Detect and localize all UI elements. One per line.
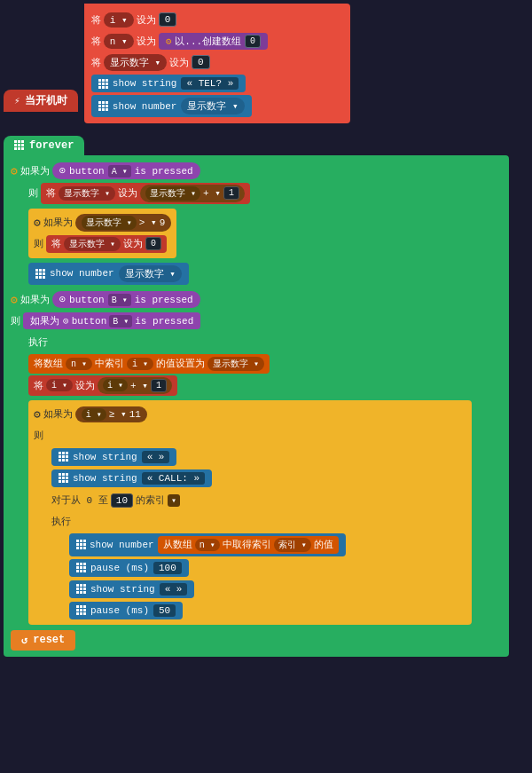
grid-icon-2 [98, 101, 108, 111]
gear-icon-if-b: ⚙ [11, 293, 18, 307]
show-number-block-1: show number 显示数字 ▾ [91, 95, 252, 117]
main-container: ⚡ 当开机时 将 i ▾ 设为 0 将 n ▾ 设为 ⚙ 以...创建数组 [4, 4, 528, 657]
pause-50-block: pause (ms) 50 [69, 602, 183, 619]
array-val: 0 [245, 35, 261, 48]
val-1-badge: 1 [223, 186, 239, 200]
str-space-val-1[interactable]: « » [142, 451, 170, 463]
inner-b-cond: ⊙ button B ▾ is pressed [63, 315, 193, 327]
inner-if-b-block: 如果为 ⊙ button B ▾ is pressed [23, 312, 200, 329]
gt-dropdown[interactable]: > ▾ [139, 217, 157, 228]
loop-val: 10 [111, 493, 133, 508]
str-space-val-2[interactable]: « » [160, 583, 188, 596]
i-cond-dropdown[interactable]: i ▾ [82, 408, 106, 421]
grid-icon-4 [59, 452, 68, 461]
grid-icon-8 [76, 584, 86, 594]
forever-label: forever [29, 139, 74, 152]
create-array-block: ⚙ 以...创建数组 0 [159, 33, 268, 50]
if-i-ge-11: ⚙ 如果为 i ▾ ≥ ▾ 11 则 [28, 400, 472, 625]
onstart-body: 将 i ▾ 设为 0 将 n ▾ 设为 ⚙ 以...创建数组 0 将 显示数字 … [84, 4, 350, 123]
gear-icon-inner: ⚙ [34, 216, 41, 230]
show-number-block-2: show number 显示数字 ▾ [28, 263, 189, 285]
circle-icon-b: ⊙ [59, 293, 66, 306]
cond-display-gt9: 显示数字 ▾ > ▾ 9 [75, 214, 171, 232]
var-i-dropdown[interactable]: i ▾ [104, 12, 134, 28]
show-string-space-1: show string « » [51, 448, 176, 466]
val-0-badge-2: 0 [192, 55, 210, 69]
plus-op-block: 显示数字 ▾ + ▾ 1 [140, 185, 245, 202]
plus-dropdown[interactable]: + ▾ [203, 187, 221, 199]
grid-icon-3 [35, 269, 45, 279]
pause-100-val[interactable]: 100 [153, 562, 182, 574]
show-num-var-1[interactable]: 显示数字 ▾ [181, 98, 244, 114]
set-display-row: 将 显示数字 ▾ 设为 0 [91, 52, 343, 72]
grid-icon-1 [98, 79, 108, 89]
gear-icon-if-i: ⚙ [34, 407, 41, 422]
i-var-op-dropdown[interactable]: i ▾ [103, 379, 128, 391]
disp-var-3-dropdown[interactable]: 显示数字 ▾ [82, 216, 137, 230]
array-set-block: 将数组 n ▾ 中索引 i ▾ 的值设置为 显示数字 ▾ [28, 354, 270, 374]
grid-icon-7 [76, 563, 86, 572]
grid-icon-forever [14, 140, 24, 150]
string-tel-value[interactable]: « TEL? » [181, 77, 239, 90]
plus-op-2[interactable]: + ▾ [130, 380, 148, 391]
grid-icon-6 [76, 540, 86, 549]
pause-100-block: pause (ms) 100 [69, 559, 189, 577]
show-string-block-1: show string « TEL? » [91, 75, 246, 92]
set-i-plus-block: 将 i ▾ 设为 i ▾ + ▾ 1 [28, 375, 177, 396]
onstart-section: ⚡ 当开机时 将 i ▾ 设为 0 将 n ▾ 设为 ⚙ 以...创建数组 [4, 4, 528, 123]
pause-50-val[interactable]: 50 [153, 604, 176, 617]
disp-var-dropdown[interactable]: 显示数字 ▾ [59, 186, 115, 201]
from-array-block: 从数组 n ▾ 中取得索引 索引 ▾ 的值 [158, 536, 339, 554]
index-dropdown[interactable]: ▾ [168, 494, 180, 507]
if-button-b-block: ⚙ 如果为 ⊙ button B ▾ is pressed 则 如果为 [11, 290, 502, 625]
forever-section: forever ⚙ 如果为 ⊙ button A ▾ is pressed [4, 134, 528, 657]
i-plus-op: i ▾ + ▾ 1 [98, 377, 172, 394]
circle-icon-a: ⊙ [59, 164, 66, 177]
gear-icon-if-a: ⚙ [11, 164, 18, 178]
set-i-row: 将 i ▾ 设为 0 [91, 10, 343, 29]
reset-block[interactable]: ↺ reset [11, 630, 75, 651]
str-call-val[interactable]: « CALL: » [142, 472, 205, 485]
show-num-var-2[interactable]: 显示数字 ▾ [119, 265, 182, 282]
i-ge-11-cond: i ▾ ≥ ▾ 11 [75, 406, 147, 422]
if-b-condition: ⊙ button B ▾ is pressed [52, 291, 200, 308]
show-string-tel-row: show string « TEL? » [91, 74, 343, 93]
button-b-dropdown-2[interactable]: B ▾ [109, 315, 132, 327]
i-var-dropdown-2[interactable]: i ▾ [46, 379, 73, 391]
if-button-a-block: ⚙ 如果为 ⊙ button A ▾ is pressed 则 将 显示数 [11, 162, 502, 285]
var-n-dropdown[interactable]: n ▾ [104, 34, 134, 49]
val-0-badge: 0 [159, 12, 177, 27]
show-string-space-2: show string « » [69, 580, 194, 598]
arr-val-dropdown[interactable]: 显示数字 ▾ [207, 357, 264, 371]
button-a-dropdown[interactable]: A ▾ [108, 165, 131, 177]
gear-icon-array: ⚙ [166, 35, 172, 47]
for-loop-block: 对于从 0 至 10 的索引 ▾ 执行 [51, 491, 466, 620]
disp-var-4-dropdown[interactable]: 显示数字 ▾ [64, 237, 121, 251]
arr-i-dropdown[interactable]: i ▾ [127, 358, 153, 370]
button-b-dropdown-1[interactable]: B ▾ [108, 294, 131, 306]
onstart-label: 当开机时 [25, 93, 67, 108]
arr-idx-dropdown[interactable]: 索引 ▾ [274, 538, 311, 552]
arr-n-2-dropdown[interactable]: n ▾ [195, 539, 220, 551]
reset-label: reset [33, 634, 65, 646]
if-a-condition: ⊙ button A ▾ is pressed [52, 162, 200, 179]
set-display-0-block: 将 显示数字 ▾ 设为 0 [46, 235, 167, 253]
arr-n-dropdown[interactable]: n ▾ [66, 358, 92, 370]
show-num-arr-block: show number 从数组 n ▾ 中取得索引 索引 ▾ 的值 [69, 533, 346, 556]
reset-icon: ↺ [21, 634, 27, 647]
set-n-row: 将 n ▾ 设为 ⚙ 以...创建数组 0 [91, 31, 343, 51]
show-string-call: show string « CALL: » [51, 469, 212, 487]
set-display-plus-block: 将 显示数字 ▾ 设为 显示数字 ▾ + ▾ 1 [41, 183, 250, 204]
forever-hat: forever [4, 136, 84, 155]
show-number-row-1: show number 显示数字 ▾ [91, 95, 343, 117]
grid-icon-5 [59, 473, 68, 483]
ge-dropdown[interactable]: ≥ ▾ [109, 408, 127, 420]
inner-if-gt9: ⚙ 如果为 显示数字 ▾ > ▾ 9 则 将 显示数字 ▾ [28, 209, 176, 258]
forever-body: ⚙ 如果为 ⊙ button A ▾ is pressed 则 将 显示数 [4, 155, 509, 657]
grid-icon-9 [76, 605, 86, 615]
disp-var-2-dropdown[interactable]: 显示数字 ▾ [145, 186, 200, 201]
onstart-icon: ⚡ [14, 95, 20, 106]
onstart-hat: ⚡ 当开机时 [4, 90, 78, 112]
var-display-dropdown-1[interactable]: 显示数字 ▾ [104, 54, 167, 71]
